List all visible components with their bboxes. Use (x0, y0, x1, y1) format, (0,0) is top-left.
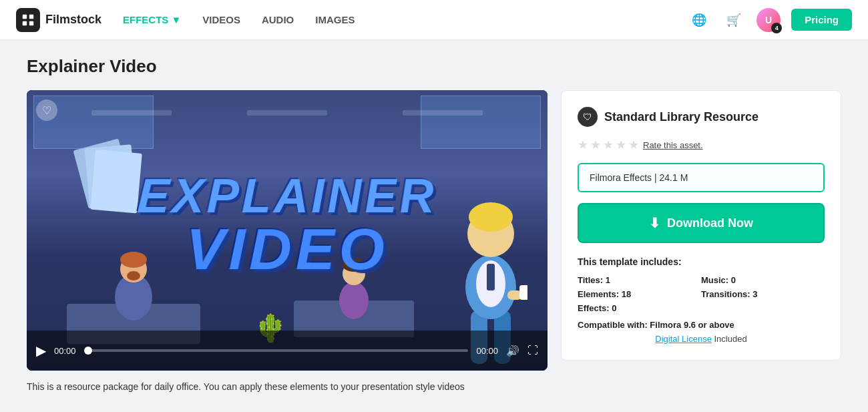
compatible-row: Compatible with: Filmora 9.6 or above (578, 320, 825, 330)
paper-3 (90, 150, 142, 214)
license-row: Digital License Included (578, 334, 825, 344)
content-row: EXPLAINER VIDEO 🌵 (27, 90, 841, 371)
resource-title: Standard Library Resource (604, 110, 758, 124)
video-container: EXPLAINER VIDEO 🌵 (27, 90, 548, 371)
svg-rect-1 (29, 14, 33, 18)
star-2: ★ (590, 138, 601, 152)
video-thumbnail: EXPLAINER VIDEO 🌵 (27, 90, 548, 371)
shield-icon: 🛡 (578, 107, 598, 127)
compatible-label: Compatible with: (578, 320, 648, 330)
star-3: ★ (603, 138, 614, 152)
star-rating[interactable]: ★ ★ ★ ★ ★ (578, 138, 639, 152)
cart-icon[interactable]: 🛒 (722, 8, 746, 32)
logo-icon (16, 8, 40, 32)
sidebar-panel: 🛡 Standard Library Resource ★ ★ ★ ★ ★ Ra… (561, 90, 841, 361)
rate-link[interactable]: Rate this asset. (643, 140, 703, 150)
file-info-box: Filmora Effects | 24.1 M (578, 163, 825, 192)
license-link[interactable]: Digital License (655, 334, 712, 344)
volume-button[interactable]: 🔊 (506, 345, 519, 357)
download-icon: ⬇ (649, 215, 660, 231)
video-title-line2: VIDEO (136, 220, 438, 279)
pricing-button[interactable]: Pricing (791, 9, 852, 31)
license-suffix: Included (714, 334, 747, 344)
download-label: Download Now (667, 216, 753, 230)
avatar[interactable]: U 4 (756, 8, 781, 32)
star-4: ★ (616, 138, 626, 152)
titles-value: 1 (606, 275, 610, 285)
download-button[interactable]: ⬇ Download Now (578, 203, 825, 243)
logo-text: Filmstock (45, 13, 101, 27)
svg-rect-15 (487, 264, 495, 290)
stars-row: ★ ★ ★ ★ ★ Rate this asset. (578, 138, 825, 152)
progress-dot (84, 347, 92, 355)
resource-header: 🛡 Standard Library Resource (578, 107, 825, 127)
svg-rect-19 (519, 285, 527, 300)
time-end: 00:00 (476, 346, 498, 356)
music-item: Music: 0 (701, 275, 825, 285)
elements-value: 18 (622, 289, 631, 299)
nav-audio[interactable]: AUDIO (262, 14, 294, 25)
logo[interactable]: Filmstock (16, 8, 101, 32)
fullscreen-button[interactable]: ⛶ (527, 345, 538, 357)
ceiling-light-3 (403, 110, 483, 116)
includes-title: This template includes: (578, 256, 825, 267)
header-right: 🌐 🛒 U 4 Pricing (687, 8, 852, 32)
transitions-label: Transitions: (701, 289, 750, 299)
nav-images[interactable]: IMAGES (315, 14, 355, 25)
video-title: EXPLAINER VIDEO (138, 172, 437, 278)
page: Explainer Video (0, 40, 868, 408)
nav-effects[interactable]: EFFECTS ▼ (123, 14, 181, 25)
elements-item: Elements: 18 (578, 289, 701, 299)
svg-point-17 (469, 202, 513, 232)
star-5: ★ (628, 138, 639, 152)
compatible-value: Filmora 9.6 or above (650, 320, 734, 330)
music-label: Music: (701, 275, 728, 285)
effects-value: 0 (612, 303, 616, 313)
star-1: ★ (578, 138, 588, 152)
window-right (421, 95, 541, 149)
description: This is a resource package for daily off… (27, 381, 841, 392)
svg-rect-3 (29, 21, 33, 25)
progress-bar[interactable] (84, 349, 469, 352)
svg-rect-0 (23, 14, 27, 18)
titles-label: Titles: (578, 275, 603, 285)
music-value: 0 (731, 275, 736, 285)
favorite-button[interactable]: ♡ (36, 99, 57, 121)
svg-point-8 (339, 282, 369, 319)
play-button[interactable]: ▶ (36, 343, 46, 359)
nav-videos[interactable]: VIDEOS (202, 14, 240, 25)
effects-label: Effects: (578, 303, 610, 313)
avatar-badge: 4 (771, 23, 782, 33)
video-title-line1: EXPLAINER (136, 172, 438, 220)
svg-rect-2 (23, 21, 27, 25)
ceiling-light-1 (91, 110, 172, 116)
nav: EFFECTS ▼ VIDEOS AUDIO IMAGES (123, 14, 687, 25)
header: Filmstock EFFECTS ▼ VIDEOS AUDIO IMAGES … (0, 0, 868, 40)
titles-item: Titles: 1 (578, 275, 701, 285)
chevron-down-icon: ▼ (171, 14, 181, 25)
ceiling-light-2 (247, 110, 327, 116)
effects-item: Effects: 0 (578, 303, 701, 313)
includes-grid: Titles: 1 Music: 0 Elements: 18 Transiti… (578, 275, 825, 313)
transitions-value: 3 (752, 289, 757, 299)
video-controls: ▶ 00:00 00:00 🔊 ⛶ (27, 331, 548, 371)
globe-icon[interactable]: 🌐 (687, 8, 711, 32)
time-current: 00:00 (54, 346, 76, 356)
page-title: Explainer Video (27, 56, 841, 77)
transitions-item: Transitions: 3 (701, 289, 825, 299)
elements-label: Elements: (578, 289, 619, 299)
ceiling-lights (27, 110, 548, 116)
